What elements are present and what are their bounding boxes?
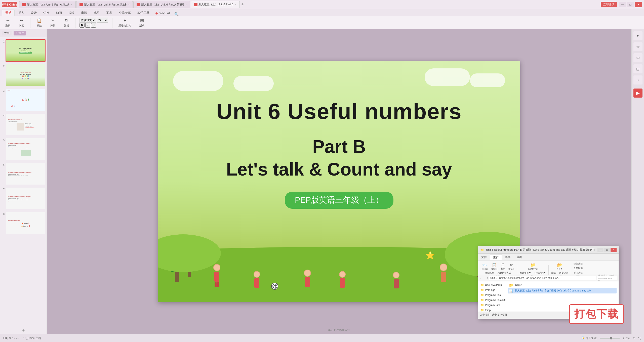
slide-thumb-2[interactable]: 2 ☆ Warming up: Let's sing Ten little nu…	[1, 64, 46, 87]
right-panel-btn-5[interactable]: ↔	[633, 75, 642, 84]
slide-thumb-4[interactable]: 4 ☆ Presentation: Let's talk Look and an…	[1, 113, 46, 136]
slide-thumb-5[interactable]: 5 ☆ Read and answer: How many apples? Ho…	[1, 138, 46, 160]
ribbon-tab-member[interactable]: 会员专享	[116, 10, 134, 16]
tab-1[interactable]: 新人教三（上）Unit 6 Part A 第1课 ×	[19, 1, 76, 8]
slide-thumb-6[interactable]: 6 ☆ Read and answer: How many bananas? H…	[1, 162, 46, 185]
fe-new-item-btn[interactable]: 新建项目▼	[518, 271, 533, 275]
ribbon-tab-playback[interactable]: 放映	[65, 10, 77, 16]
slide-thumb-3[interactable]: 3 ☆ Review 1. 3 5 4 2	[1, 89, 46, 111]
ribbon-tab-start[interactable]: 开始	[2, 10, 15, 16]
slide-thumb-7[interactable]: 7 ☆ Read and answer: How many oranges? H…	[1, 187, 46, 210]
tab-4[interactable]: 新人教三（上）Unit 6 Part B ×	[191, 1, 240, 8]
fit-btn[interactable]: ⊡	[633, 336, 635, 340]
search-btn[interactable]: 🔍	[172, 12, 181, 16]
fe-invert-selection-btn[interactable]: 反向选择	[572, 271, 584, 275]
fe-new-folder-btn[interactable]: 📁 新建文件夹	[526, 262, 539, 271]
fe-sidebar-programdata[interactable]: 📁 ProgramData	[478, 303, 506, 308]
layout-btn[interactable]: ▦ 版式	[137, 17, 147, 28]
fe-back-btn[interactable]: ←	[480, 277, 482, 279]
fullscreen-btn[interactable]: ⛶	[638, 337, 641, 340]
add-slide-btn[interactable]: ＋	[0, 326, 47, 334]
minimize-btn[interactable]: —	[619, 2, 626, 7]
fe-up-btn[interactable]: ↑	[487, 277, 488, 279]
fe-tab-share[interactable]: 共享	[502, 254, 513, 260]
font-family-select[interactable]: 微软雅黑	[79, 18, 96, 23]
fe-open-btn[interactable]: 📂 打开▼	[555, 262, 564, 271]
tab-close-3[interactable]: ×	[185, 3, 187, 6]
fe-copy-path-btn[interactable]: 复制路径	[484, 271, 496, 275]
tab-close-2[interactable]: ×	[128, 3, 130, 6]
slide-thumb-img-1[interactable]: Unit 6 Useful numbers Part B Let's talk …	[6, 39, 46, 62]
slide-view-btn[interactable]: 幻灯片	[14, 31, 26, 35]
slide-thumb-1[interactable]: 1 Unit 6 Useful numbers Part B Let's tal…	[1, 39, 46, 62]
tab-close-1[interactable]: ×	[71, 3, 72, 6]
tab-close-4[interactable]: ×	[235, 3, 236, 6]
slide-thumb-img-3[interactable]: Review 1. 3 5 4 2	[6, 89, 46, 111]
ribbon-tab-review[interactable]: 审阅	[78, 10, 90, 16]
tab-3[interactable]: 新人教三（上）Unit 6 Part A 第3课 ×	[133, 1, 190, 8]
ribbon-tab-teaching[interactable]: 教学工具	[134, 10, 152, 16]
slide-thumb-img-5[interactable]: Read and answer: How many apples? How ma…	[6, 138, 46, 160]
slide-thumb-8[interactable]: 8 ☆ What do they need? 🍎 apples 2 🍌 bana…	[1, 212, 46, 234]
right-panel-btn-2[interactable]: ☆	[633, 42, 642, 51]
close-btn[interactable]: ×	[635, 2, 642, 7]
note-btn[interactable]: 📝 打开备注	[581, 336, 597, 340]
slide-thumb-img-6[interactable]: Read and answer: How many bananas? How m…	[6, 162, 46, 185]
slide-thumb-img-4[interactable]: Presentation: Let's talk Look and answer…	[6, 113, 46, 136]
ribbon-tab-insert[interactable]: 插入	[15, 10, 27, 16]
zoom-slider[interactable]	[600, 338, 620, 339]
fe-file-pptx[interactable]: 📊 新人教三（上）Unit 6 Part B 第4课时 Let's talk &…	[508, 288, 617, 293]
ribbon-tab-wps-ai[interactable]: WPS AI	[153, 11, 172, 16]
ribbon-tab-view[interactable]: 视图	[91, 10, 103, 16]
fe-file-audio-folder[interactable]: 📁 音频夹	[508, 282, 617, 288]
fe-easy-access-btn[interactable]: 轻松访问▼	[533, 271, 547, 275]
tab-2[interactable]: 新人教三（上）Unit 6 Part A 第2课 ×	[76, 1, 133, 8]
redo-btn[interactable]: ↪ 恢复	[17, 17, 26, 28]
fe-sidebar-onedrivetemp[interactable]: 📁 OneDriveTemp	[478, 282, 506, 287]
right-panel-btn-3[interactable]: ⚙	[633, 53, 642, 62]
slide-thumb-img-7[interactable]: Read and answer: How many oranges? How m…	[6, 187, 46, 210]
fe-close-btn[interactable]: ×	[611, 248, 617, 252]
ribbon-tab-transition[interactable]: 切换	[40, 10, 52, 16]
fe-forward-btn[interactable]: →	[483, 277, 486, 279]
slide-thumb-img-8[interactable]: What do they need? 🍎 apples 2 🍌 bananas …	[6, 212, 46, 234]
fe-sidebar-program-files[interactable]: 📁 Program Files	[478, 292, 506, 297]
font-size-select[interactable]: 24	[97, 18, 108, 23]
new-tab-btn[interactable]: +	[240, 2, 245, 7]
fe-paste-shortcut-btn[interactable]: 粘贴快捷方式	[496, 271, 513, 275]
italic-btn[interactable]: I	[85, 23, 90, 28]
ribbon-tab-animation[interactable]: 动画	[53, 10, 65, 16]
fe-tab-home[interactable]: 主页	[490, 254, 502, 260]
fe-minimize-btn[interactable]: —	[597, 248, 603, 252]
fe-edit-btn[interactable]: 编辑	[550, 271, 557, 275]
fe-select-all-btn[interactable]: 全部选择	[572, 262, 584, 266]
fe-address-bar[interactable]: Unit... › Unit 6 Useful numbers Part B 第…	[489, 276, 596, 280]
fe-tab-view[interactable]: 查看	[513, 254, 525, 260]
slide-thumb-img-2[interactable]: Warming up: Let's sing Ten little number…	[6, 64, 46, 87]
fe-copy-to-btn[interactable]: 📋 复制到	[490, 262, 499, 271]
download-badge[interactable]: 打包下载	[569, 304, 624, 324]
fe-rename-btn[interactable]: ✏ 重命名	[507, 262, 516, 271]
fe-delete-btn[interactable]: 🗑 删除	[499, 262, 506, 271]
cut-btn[interactable]: ✂ 剪切	[48, 17, 58, 28]
paste-btn[interactable]: 📋 粘贴	[34, 17, 44, 28]
fe-deselect-all-btn[interactable]: 全部取消	[572, 266, 584, 271]
fe-history-btn[interactable]: 历史记录	[558, 271, 570, 275]
fe-maximize-btn[interactable]: □	[604, 248, 610, 252]
fe-search-box[interactable]: 在 Unit 6 Useful numbers Part B...	[597, 276, 617, 280]
fe-tab-file[interactable]: 文件	[478, 254, 490, 260]
ribbon-tab-design[interactable]: 设计	[28, 10, 40, 16]
slide-canvas[interactable]: Unit 6 Useful numbers Part B Let's talk …	[158, 61, 520, 302]
undo-btn[interactable]: ↩ 撤销	[3, 17, 13, 28]
copy-btn[interactable]: ⧉ 复制	[62, 17, 71, 28]
login-btn[interactable]: 立即登录	[601, 2, 617, 7]
right-panel-btn-6[interactable]: ▶	[633, 89, 642, 98]
underline-btn[interactable]: U	[91, 23, 96, 28]
fe-sidebar-program-files-x86[interactable]: 📁 Program Files (x86)	[478, 297, 506, 303]
bold-btn[interactable]: B	[79, 23, 85, 28]
right-panel-btn-1[interactable]: ♦	[633, 31, 642, 40]
fe-sidebar-perflogs[interactable]: 📁 PerfLogs	[478, 287, 506, 292]
new-slide-btn[interactable]: ＋ 新建幻灯片	[116, 17, 133, 28]
fe-move-to-btn[interactable]: 📨 移动到	[480, 262, 489, 271]
right-panel-btn-4[interactable]: ⊞	[633, 64, 642, 73]
